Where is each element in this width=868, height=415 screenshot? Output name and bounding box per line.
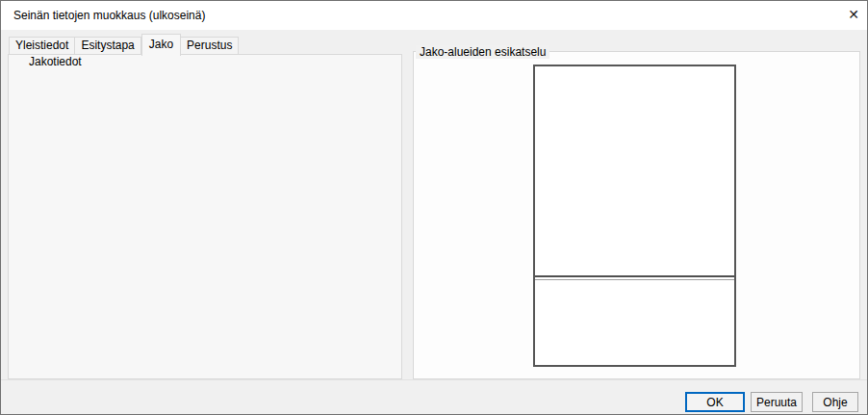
dialog-title: Seinän tietojen muokkaus (ulkoseinä) [13, 9, 205, 22]
cancel-button[interactable]: Peruuta [751, 392, 803, 412]
title-bar[interactable]: Seinän tietojen muokkaus (ulkoseinä) ✕ [1, 1, 867, 30]
preview-group-label: Jako-alueiden esikatselu [416, 45, 549, 59]
jakotiedot-group-label: Jakotiedot [25, 55, 86, 68]
tab-perustus[interactable]: Perustus [181, 37, 239, 55]
division-line-shadow [535, 279, 734, 280]
division-line [535, 275, 734, 277]
tab-strip: Yleistiedot Esitystapa Jako Perustus [9, 33, 239, 55]
tab-page-jako [8, 54, 402, 379]
ok-button[interactable]: OK [685, 392, 745, 412]
tab-jako[interactable]: Jako [141, 34, 181, 56]
wall-preview-drawing [533, 65, 736, 367]
help-button[interactable]: Ohje [812, 392, 858, 412]
tab-yleistiedot[interactable]: Yleistiedot [9, 37, 75, 55]
tab-esitystapa[interactable]: Esitystapa [75, 37, 140, 55]
wall-properties-dialog: Seinän tietojen muokkaus (ulkoseinä) ✕ Y… [0, 0, 868, 415]
close-icon[interactable]: ✕ [842, 4, 865, 26]
